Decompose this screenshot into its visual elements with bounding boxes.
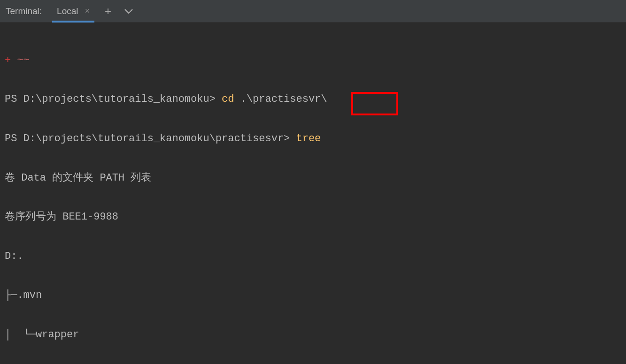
terminal-output[interactable]: + ~~ PS D:\projects\tutorails_kanomoku> … (0, 23, 626, 364)
terminal-title: Terminal: (6, 6, 42, 16)
output-line: + ~~ (5, 51, 621, 70)
output-line: D:. (5, 247, 621, 266)
tab-label: Local (57, 6, 78, 16)
close-icon[interactable]: × (85, 6, 90, 16)
tab-local[interactable]: Local × (55, 0, 92, 22)
output-line: PS D:\projects\tutorails_kanomoku> cd .\… (5, 90, 621, 109)
output-line: │ └─wrapper (5, 325, 621, 345)
output-line: 卷 Data 的文件夹 PATH 列表 (5, 168, 621, 188)
chevron-down-icon[interactable] (124, 8, 133, 14)
output-line: 卷序列号为 BEE1-9988 (5, 207, 621, 227)
output-line: PS D:\projects\tutorails_kanomoku\practi… (5, 129, 621, 149)
output-line: ├─.mvn (5, 286, 621, 305)
terminal-header: Terminal: Local × + (0, 0, 626, 23)
plus-icon[interactable]: + (105, 5, 111, 18)
